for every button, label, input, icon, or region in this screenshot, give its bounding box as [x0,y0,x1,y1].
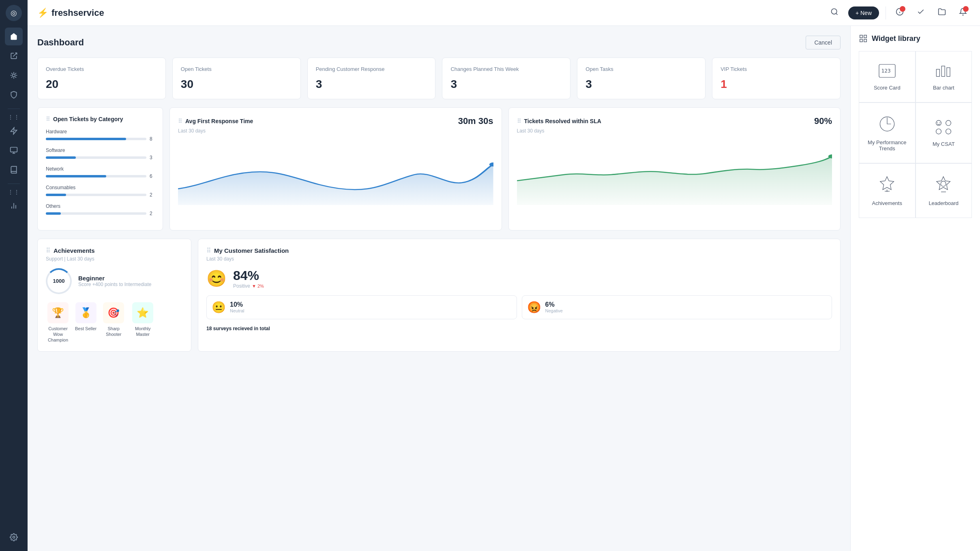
badge-icon-shooter: 🎯 [103,302,124,323]
widget-label-achievements: Achivements [872,200,902,206]
brand-name: freshservice [51,8,104,18]
widget-label-bar-chart: Bar chart [933,85,954,91]
negative-cell: 😡 6% Negative [522,295,832,319]
negative-pct: 6% [545,301,563,308]
badge-icon-customer: 🏆 [47,302,69,323]
achievements-subtitle: Support | Last 30 days [46,256,183,262]
category-count-network: 6 [150,173,154,179]
widget-leaderboard[interactable]: Leaderboard [916,163,972,218]
badge-item-0: 🏆 Customer Wow Champion [46,302,70,343]
check-icon-button[interactable] [914,4,928,21]
category-row-consumables: Consumables 2 [46,185,154,198]
stat-value-pending: 3 [316,78,427,91]
sidebar-logo[interactable]: ◎ [6,5,22,21]
neutral-pct: 10% [230,301,244,308]
widget-my-csat[interactable]: My CSAT [916,103,972,163]
widget-label-performance: My Performance Trends [866,139,909,152]
sidebar-dots-2: ⋮⋮ [8,189,20,195]
sidebar: ◎ ⋮⋮ ⋮⋮ [0,0,28,551]
sla-value: 90% [814,116,832,126]
svg-point-28 [946,120,951,126]
widget-performance-trends[interactable]: My Performance Trends [859,103,916,163]
category-name-network: Network [46,166,154,172]
sidebar-item-reports[interactable] [5,197,23,215]
info-badge [900,6,905,12]
widget-bar-chart[interactable]: Bar chart [916,51,972,103]
svg-rect-17 [860,35,862,38]
sidebar-item-assets[interactable] [5,141,23,159]
stat-card-vip[interactable]: VIP Tickets 1 [712,58,841,99]
widget-achievements[interactable]: Achivements [859,163,916,218]
satisfaction-label: Positive ▼ 2% [233,283,264,289]
neutral-cell: 😐 10% Neutral [206,295,517,319]
badge-label-bestseller: Best Seller [75,326,96,331]
folder-icon-button[interactable] [935,4,949,21]
bell-badge [963,6,969,12]
header-divider [886,6,886,19]
sidebar-item-tickets[interactable] [5,47,23,65]
sidebar-divider-1 [8,109,20,109]
widget-lib-title: Widget library [859,34,972,43]
svg-rect-3 [11,147,17,152]
cancel-button[interactable]: Cancel [806,36,841,49]
level-name: Beginner [78,275,151,282]
badge-icon-master: ⭐ [132,302,153,323]
stat-label-open: Open Tickets [181,66,292,73]
widget-score-card[interactable]: 123 Score Card [859,51,916,103]
drag-handle-category[interactable]: ⠿ [46,116,50,122]
stat-label-tasks: Open Tasks [585,66,697,73]
sidebar-item-automation[interactable] [5,122,23,140]
sla-chart-svg [517,140,832,205]
category-name-consumables: Consumables [46,185,154,190]
stat-value-changes: 3 [450,78,562,91]
neutral-label: Neutral [230,308,244,313]
charts-row: ⠿ Open Tickets by Category Hardware 8 So… [37,107,841,231]
widget-library: Widget library 123 Score Card [850,26,980,551]
score-card-icon: 123 [877,63,897,81]
stat-card-overdue[interactable]: Overdue Tickets 20 [37,58,166,99]
svg-point-9 [13,536,15,538]
svg-point-10 [831,9,836,14]
svg-marker-2 [11,128,17,135]
search-button[interactable] [827,4,842,21]
svg-point-29 [936,129,941,134]
category-count-consumables: 2 [150,192,154,198]
satisfaction-grid: 😐 10% Neutral 😡 6% Negative [206,295,832,319]
satisfaction-card: ⠿ My Customer Satisfaction Last 30 days … [198,239,841,352]
achievements-icon [878,175,896,196]
stat-card-open[interactable]: Open Tickets 30 [172,58,301,99]
main-area: ⚡ freshservice + New Dashboard [28,0,980,551]
svg-rect-19 [860,39,862,42]
info-icon-button[interactable] [892,4,907,21]
bell-icon-button[interactable] [956,4,970,21]
sidebar-item-bugs[interactable] [5,66,23,84]
svg-rect-25 [947,68,950,77]
page-title: Dashboard [37,37,84,48]
badge-item-3: ⭐ Monthly Master [131,302,155,343]
category-name-others: Others [46,203,154,209]
badge-label-master: Monthly Master [131,326,155,337]
sla-chart-card: ⠿ Tickets Resolved within SLA 90% Last 3… [508,107,841,231]
sidebar-item-knowledge[interactable] [5,161,23,179]
surveys-count: 18 [206,326,212,331]
sidebar-item-shield[interactable] [5,86,23,104]
widget-label-leaderboard: Leaderboard [929,200,959,206]
svg-rect-23 [937,69,940,77]
badge-label-shooter: Sharp Shooter [101,326,126,337]
sidebar-item-settings[interactable] [5,528,23,546]
level-points: 1000 [53,278,65,284]
negative-label: Negative [545,308,563,313]
stat-card-tasks[interactable]: Open Tasks 3 [577,58,706,99]
category-count-software: 3 [150,155,154,160]
sidebar-dots-1: ⋮⋮ [8,114,20,120]
category-chart-card: ⠿ Open Tickets by Category Hardware 8 So… [37,107,163,231]
category-name-software: Software [46,147,154,153]
sidebar-item-home[interactable] [5,28,23,45]
stat-label-changes: Changes Planned This Week [450,66,562,73]
new-button[interactable]: + New [848,6,879,19]
svg-rect-24 [941,66,945,77]
stat-card-pending[interactable]: Pending Customer Response 3 [307,58,436,99]
drag-handle-sla[interactable]: ⠿ [517,118,521,124]
drag-handle-response[interactable]: ⠿ [178,118,182,124]
stat-card-changes[interactable]: Changes Planned This Week 3 [442,58,570,99]
